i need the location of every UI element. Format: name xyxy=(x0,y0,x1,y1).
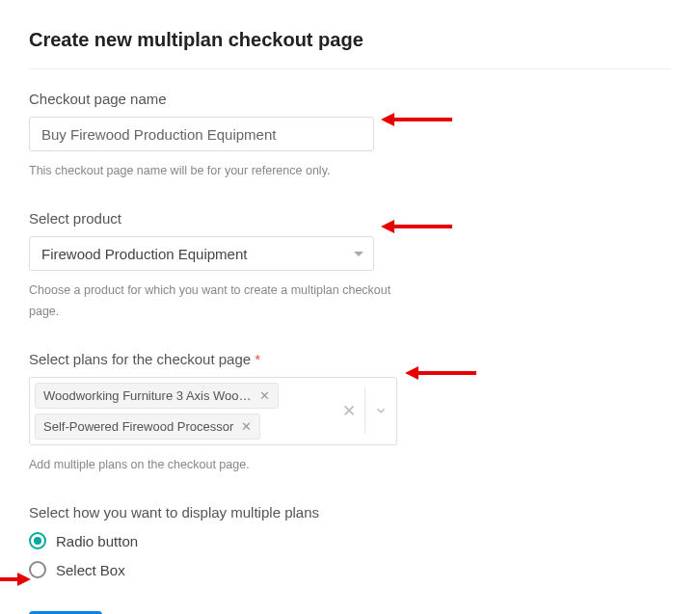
display-option-label: Radio button xyxy=(56,533,138,549)
plans-label-text: Select plans for the checkout page xyxy=(29,351,251,367)
display-option-select-box[interactable]: Select Box xyxy=(29,561,671,578)
checkout-name-help: This checkout page name will be for your… xyxy=(29,161,395,181)
page-title: Create new multiplan checkout page xyxy=(29,29,671,69)
radio-icon xyxy=(29,561,46,578)
plan-tag: Woodworking Furniture 3 Axis Woo… ✕ xyxy=(35,383,279,409)
plan-tag-label: Woodworking Furniture 3 Axis Woo… xyxy=(43,388,252,403)
plans-tags-zone: Woodworking Furniture 3 Axis Woo… ✕ Self… xyxy=(30,378,334,444)
product-help: Choose a product for which you want to c… xyxy=(29,280,395,322)
radio-inner-icon xyxy=(34,537,41,545)
display-option-label: Select Box xyxy=(56,562,125,578)
product-label: Select product xyxy=(29,210,671,227)
plan-tag: Self-Powered Firewood Processor ✕ xyxy=(35,414,260,440)
display-option-radio-button[interactable]: Radio button xyxy=(29,532,671,549)
required-star-icon: * xyxy=(255,351,260,367)
plans-label: Select plans for the checkout page * xyxy=(29,351,671,367)
plans-multiselect[interactable]: Woodworking Furniture 3 Axis Woo… ✕ Self… xyxy=(29,377,397,445)
display-label: Select how you want to display multiple … xyxy=(29,504,671,521)
checkout-name-label: Checkout page name xyxy=(29,91,671,107)
product-group: Select product Firewood Production Equip… xyxy=(29,210,671,322)
plans-dropdown-toggle[interactable] xyxy=(365,404,396,417)
annotation-arrow-icon xyxy=(0,573,31,586)
plans-controls: ✕ xyxy=(334,378,396,444)
radio-icon xyxy=(29,532,46,549)
plan-tag-label: Self-Powered Firewood Processor xyxy=(43,419,233,434)
checkout-name-input[interactable] xyxy=(29,117,374,151)
chevron-down-icon xyxy=(354,252,363,256)
display-group: Select how you want to display multiple … xyxy=(29,504,671,578)
plans-group: Select plans for the checkout page * Woo… xyxy=(29,351,671,475)
clear-all-icon[interactable]: ✕ xyxy=(334,401,364,421)
remove-tag-icon[interactable]: ✕ xyxy=(241,420,252,433)
plans-help: Add multiple plans on the checkout page. xyxy=(29,455,395,475)
chevron-down-icon xyxy=(374,404,388,417)
product-selected-value: Firewood Production Equipment xyxy=(41,246,247,262)
display-radio-group: Radio button Select Box xyxy=(29,532,671,578)
checkout-name-group: Checkout page name This checkout page na… xyxy=(29,91,671,181)
remove-tag-icon[interactable]: ✕ xyxy=(259,389,270,402)
product-select[interactable]: Firewood Production Equipment xyxy=(29,236,374,271)
